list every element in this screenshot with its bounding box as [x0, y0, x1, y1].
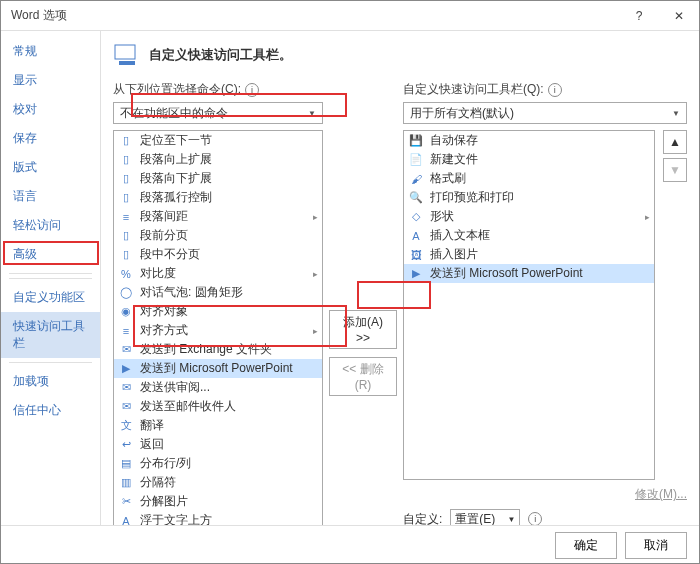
- cancel-button[interactable]: 取消: [625, 532, 687, 559]
- sidebar-item[interactable]: 高级: [1, 240, 100, 269]
- item-icon: 💾: [408, 133, 424, 149]
- item-icon: ▯: [118, 247, 134, 263]
- sidebar-item[interactable]: 校对: [1, 95, 100, 124]
- item-icon: 🔍: [408, 190, 424, 206]
- item-icon: ✉: [118, 399, 134, 415]
- sidebar-item[interactable]: 加载项: [1, 367, 100, 396]
- list-item[interactable]: ▶发送到 Microsoft PowerPoint: [114, 359, 322, 378]
- item-icon: ▯: [118, 133, 134, 149]
- list-item[interactable]: ▯段前分页: [114, 226, 322, 245]
- item-icon: ▶: [118, 361, 134, 377]
- list-item[interactable]: ✉发送至邮件收件人: [114, 397, 322, 416]
- sidebar-item[interactable]: 信任中心: [1, 396, 100, 425]
- item-icon: ▥: [118, 475, 134, 491]
- section-title: 自定义快速访问工具栏。: [149, 46, 292, 64]
- available-commands-list[interactable]: ▯定位至下一节▯段落向上扩展▯段落向下扩展▯段落孤行控制≡段落间距▸▯段前分页▯…: [113, 130, 323, 525]
- chevron-down-icon: ▼: [308, 109, 316, 118]
- list-item[interactable]: ▯段中不分页: [114, 245, 322, 264]
- item-icon: 🖼: [408, 247, 424, 263]
- list-item[interactable]: 💾自动保存: [404, 131, 654, 150]
- item-icon: ≡: [118, 209, 134, 225]
- ok-button[interactable]: 确定: [555, 532, 617, 559]
- item-icon: ▯: [118, 171, 134, 187]
- list-item[interactable]: ✉发送到 Exchange 文件夹: [114, 340, 322, 359]
- close-button[interactable]: ✕: [659, 1, 699, 31]
- help-icon[interactable]: i: [548, 83, 562, 97]
- sidebar-item[interactable]: 自定义功能区: [1, 283, 100, 312]
- list-item[interactable]: A浮于文字上方: [114, 511, 322, 525]
- sidebar-item[interactable]: 语言: [1, 182, 100, 211]
- item-icon: ◯: [118, 285, 134, 301]
- list-item[interactable]: ▯段落向上扩展: [114, 150, 322, 169]
- item-icon: ◇: [408, 209, 424, 225]
- qat-icon: [113, 41, 141, 69]
- list-item[interactable]: ▯定位至下一节: [114, 131, 322, 150]
- item-icon: ✉: [118, 342, 134, 358]
- sidebar-item[interactable]: 快速访问工具栏: [1, 312, 100, 358]
- list-item[interactable]: ↩返回: [114, 435, 322, 454]
- list-item[interactable]: ▯段落孤行控制: [114, 188, 322, 207]
- item-icon: 文: [118, 418, 134, 434]
- list-item[interactable]: ▤分布行/列: [114, 454, 322, 473]
- scope-combo[interactable]: 用于所有文档(默认) ▼: [403, 102, 687, 124]
- reset-combo[interactable]: 重置(E)▼: [450, 509, 520, 525]
- item-icon: ▶: [408, 266, 424, 282]
- move-down-button[interactable]: ▼: [663, 158, 687, 182]
- item-icon: ▤: [118, 456, 134, 472]
- list-item[interactable]: 📄新建文件: [404, 150, 654, 169]
- item-icon: ▯: [118, 152, 134, 168]
- item-icon: A: [118, 513, 134, 526]
- customize-qat-label: 自定义快速访问工具栏(Q):: [403, 81, 544, 98]
- sidebar: 常规显示校对保存版式语言轻松访问高级自定义功能区快速访问工具栏加载项信任中心: [1, 31, 101, 525]
- custom-label: 自定义:: [403, 511, 442, 526]
- item-icon: ▯: [118, 190, 134, 206]
- list-item[interactable]: %对比度▸: [114, 264, 322, 283]
- dialog-title: Word 选项: [11, 7, 619, 24]
- sidebar-item[interactable]: 显示: [1, 66, 100, 95]
- item-icon: ▯: [118, 228, 134, 244]
- svg-rect-1: [119, 61, 135, 65]
- item-icon: 🖌: [408, 171, 424, 187]
- item-icon: %: [118, 266, 134, 282]
- list-item[interactable]: ✉发送供审阅...: [114, 378, 322, 397]
- svg-rect-0: [115, 45, 135, 59]
- list-item[interactable]: 🔍打印预览和打印: [404, 188, 654, 207]
- move-up-button[interactable]: ▲: [663, 130, 687, 154]
- list-item[interactable]: A插入文本框: [404, 226, 654, 245]
- item-icon: ≡: [118, 323, 134, 339]
- list-item[interactable]: ✂分解图片: [114, 492, 322, 511]
- sidebar-item[interactable]: 轻松访问: [1, 211, 100, 240]
- sidebar-item[interactable]: 保存: [1, 124, 100, 153]
- list-item[interactable]: ▯段落向下扩展: [114, 169, 322, 188]
- item-icon: A: [408, 228, 424, 244]
- sidebar-item[interactable]: 常规: [1, 37, 100, 66]
- add-button[interactable]: 添加(A) >>: [329, 310, 397, 349]
- qat-commands-list[interactable]: 💾自动保存📄新建文件🖌格式刷🔍打印预览和打印◇形状▸A插入文本框🖼插入图片▶发送…: [403, 130, 655, 480]
- list-item[interactable]: ◯对话气泡: 圆角矩形: [114, 283, 322, 302]
- help-icon[interactable]: i: [528, 512, 542, 525]
- item-icon: ✂: [118, 494, 134, 510]
- commands-source-combo[interactable]: 不在功能区中的命令 ▼: [113, 102, 323, 124]
- list-item[interactable]: ▥分隔符: [114, 473, 322, 492]
- list-item[interactable]: ≡对齐方式▸: [114, 321, 322, 340]
- list-item[interactable]: ◇形状▸: [404, 207, 654, 226]
- choose-from-label: 从下列位置选择命令(C):: [113, 81, 241, 98]
- help-icon[interactable]: i: [245, 83, 259, 97]
- item-icon: ◉: [118, 304, 134, 320]
- sidebar-item[interactable]: 版式: [1, 153, 100, 182]
- list-item[interactable]: 🖌格式刷: [404, 169, 654, 188]
- remove-button[interactable]: << 删除(R): [329, 357, 397, 396]
- list-item[interactable]: ≡段落间距▸: [114, 207, 322, 226]
- list-item[interactable]: ◉对齐对象: [114, 302, 322, 321]
- item-icon: 📄: [408, 152, 424, 168]
- chevron-down-icon: ▼: [672, 109, 680, 118]
- modify-button[interactable]: 修改(M)...: [635, 486, 687, 503]
- item-icon: ↩: [118, 437, 134, 453]
- list-item[interactable]: 🖼插入图片: [404, 245, 654, 264]
- list-item[interactable]: ▶发送到 Microsoft PowerPoint: [404, 264, 654, 283]
- help-button[interactable]: ?: [619, 1, 659, 31]
- item-icon: ✉: [118, 380, 134, 396]
- list-item[interactable]: 文翻译: [114, 416, 322, 435]
